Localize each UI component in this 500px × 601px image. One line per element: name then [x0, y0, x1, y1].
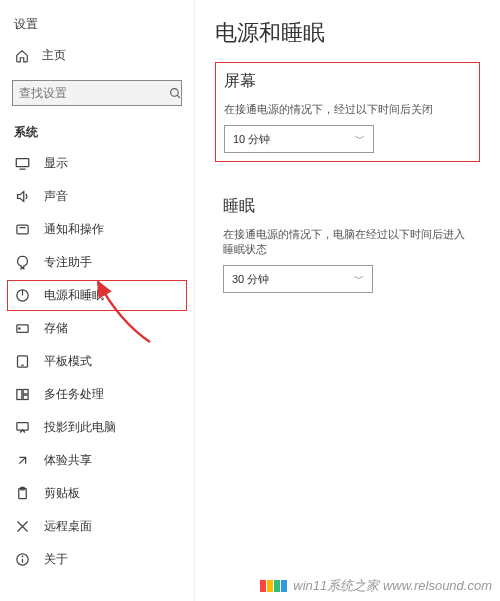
nav-label: 投影到此电脑: [44, 419, 116, 436]
nav-clipboard[interactable]: 剪贴板: [0, 477, 194, 510]
home-label: 主页: [42, 47, 66, 64]
about-icon: [14, 552, 30, 568]
watermark: win11系统之家 www.relsound.com: [260, 577, 492, 595]
nav-label: 剪贴板: [44, 485, 80, 502]
nav-label: 电源和睡眠: [44, 287, 104, 304]
nav-label: 远程桌面: [44, 518, 92, 535]
nav-label: 多任务处理: [44, 386, 104, 403]
nav-remote[interactable]: 远程桌面: [0, 510, 194, 543]
app-title: 设置: [0, 10, 194, 39]
nav-sound[interactable]: 声音: [0, 180, 194, 213]
nav-label: 通知和操作: [44, 221, 104, 238]
screen-timeout-value: 10 分钟: [233, 132, 270, 147]
nav-display[interactable]: 显示: [0, 147, 194, 180]
nav-focus[interactable]: 专注助手: [0, 246, 194, 279]
home-button[interactable]: 主页: [0, 39, 194, 72]
nav-label: 显示: [44, 155, 68, 172]
page-title: 电源和睡眠: [215, 18, 480, 48]
main-content: 电源和睡眠 屏幕 在接通电源的情况下，经过以下时间后关闭 10 分钟 ﹀ 睡眠 …: [195, 0, 500, 345]
nav-label: 专注助手: [44, 254, 92, 271]
notification-icon: [14, 222, 30, 238]
sleep-timeout-dropdown[interactable]: 30 分钟 ﹀: [223, 265, 373, 293]
svg-point-20: [22, 556, 23, 557]
chevron-down-icon: ﹀: [355, 132, 365, 146]
screen-timeout-dropdown[interactable]: 10 分钟 ﹀: [224, 125, 374, 153]
nav-label: 体验共享: [44, 452, 92, 469]
project-icon: [14, 420, 30, 436]
sleep-title: 睡眠: [223, 196, 472, 217]
sleep-timeout-value: 30 分钟: [232, 272, 269, 287]
search-input[interactable]: [19, 86, 169, 100]
clipboard-icon: [14, 486, 30, 502]
home-icon: [14, 49, 30, 63]
sleep-section: 睡眠 在接通电源的情况下，电脑在经过以下时间后进入睡眠状态 30 分钟 ﹀: [215, 188, 480, 301]
nav-label: 声音: [44, 188, 68, 205]
sidebar: 设置 主页 系统 显示 声音 通知和操作 专注助手: [0, 0, 195, 601]
nav-tablet[interactable]: 平板模式: [0, 345, 194, 378]
svg-rect-15: [16, 423, 27, 431]
nav-power-sleep[interactable]: 电源和睡眠: [6, 279, 188, 312]
nav-storage[interactable]: 存储: [0, 312, 194, 345]
remote-icon: [14, 519, 30, 535]
sleep-desc: 在接通电源的情况下，电脑在经过以下时间后进入睡眠状态: [223, 227, 472, 257]
svg-rect-14: [23, 395, 28, 399]
tablet-icon: [14, 354, 30, 370]
shared-icon: [14, 453, 30, 469]
nav-label: 存储: [44, 320, 68, 337]
watermark-logo: [260, 580, 287, 592]
sound-icon: [14, 189, 30, 205]
svg-rect-12: [16, 390, 21, 400]
screen-desc: 在接通电源的情况下，经过以下时间后关闭: [224, 102, 471, 117]
screen-title: 屏幕: [224, 71, 471, 92]
section-label: 系统: [0, 114, 194, 147]
screen-section: 屏幕 在接通电源的情况下，经过以下时间后关闭 10 分钟 ﹀: [215, 62, 480, 162]
svg-point-0: [171, 88, 179, 96]
power-icon: [14, 288, 30, 304]
search-icon: [169, 87, 182, 100]
multitask-icon: [14, 387, 30, 403]
svg-rect-2: [16, 159, 29, 167]
display-icon: [14, 156, 30, 172]
nav-shared[interactable]: 体验共享: [0, 444, 194, 477]
nav-about[interactable]: 关于: [0, 543, 194, 576]
svg-rect-4: [16, 225, 27, 234]
svg-rect-13: [23, 390, 28, 394]
nav-projecting[interactable]: 投影到此电脑: [0, 411, 194, 444]
watermark-text: win11系统之家 www.relsound.com: [293, 577, 492, 595]
svg-point-9: [18, 328, 19, 329]
search-box[interactable]: [12, 80, 182, 106]
nav-multitask[interactable]: 多任务处理: [0, 378, 194, 411]
svg-line-1: [177, 95, 180, 98]
storage-icon: [14, 321, 30, 337]
nav-list: 显示 声音 通知和操作 专注助手 电源和睡眠 存储 平板模式 多任务处理: [0, 147, 194, 576]
chevron-down-icon: ﹀: [354, 272, 364, 286]
nav-label: 关于: [44, 551, 68, 568]
nav-notifications[interactable]: 通知和操作: [0, 213, 194, 246]
nav-label: 平板模式: [44, 353, 92, 370]
focus-icon: [14, 255, 30, 271]
